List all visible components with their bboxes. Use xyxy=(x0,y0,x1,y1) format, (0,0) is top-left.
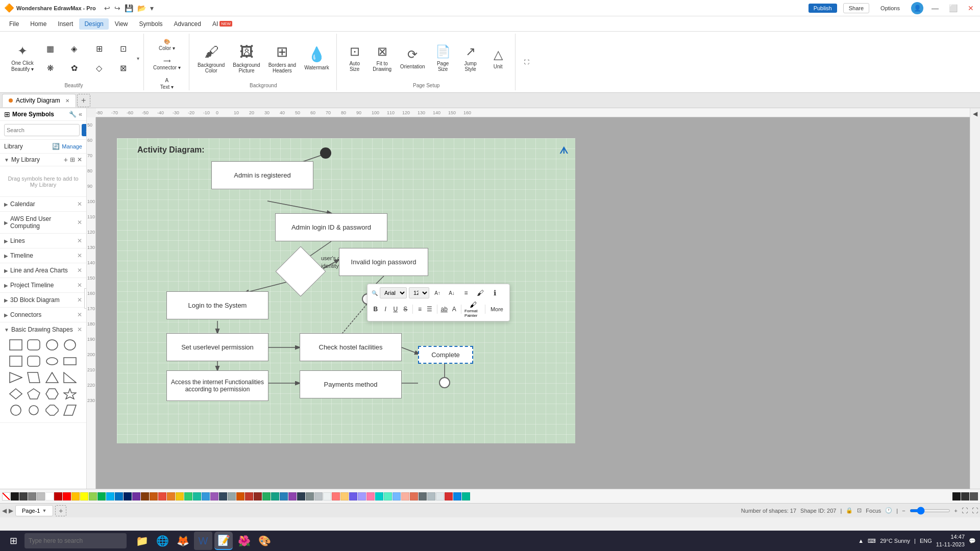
start-button[interactable]: ⊞ xyxy=(4,532,22,550)
shape-admin-registered[interactable]: Admin is registered xyxy=(211,161,313,189)
color-swatch-green1[interactable] xyxy=(89,492,97,500)
color-swatch-blue1[interactable] xyxy=(115,492,123,500)
color-swatch-m28[interactable] xyxy=(393,492,401,500)
color-swatch-m19[interactable] xyxy=(314,492,323,500)
section-3d-close[interactable]: ✕ xyxy=(77,296,82,304)
tab-activity-diagram[interactable]: Activity Diagram ✕ xyxy=(2,94,76,107)
shape-set-permission[interactable]: Set userlevel permission xyxy=(166,333,268,361)
taskbar-app-edraw[interactable]: 📝 xyxy=(214,532,233,550)
color-swatch-m3[interactable] xyxy=(176,492,184,500)
shape-right-triangle[interactable] xyxy=(62,370,78,385)
user-avatar[interactable]: 👤 xyxy=(911,2,923,14)
color-swatch-darkgray[interactable] xyxy=(19,492,28,500)
search-button[interactable]: Search xyxy=(82,124,87,136)
jump-style-btn[interactable]: ↗ JumpStyle xyxy=(458,38,483,79)
search-input[interactable] xyxy=(4,124,80,136)
align-btn[interactable]: ≡ xyxy=(460,287,472,298)
my-library-more-icon[interactable]: ⊞ xyxy=(70,156,75,163)
color-swatch-gray[interactable] xyxy=(28,492,36,500)
background-picture-btn[interactable]: 🖼 BackgroundPicture xyxy=(230,38,263,79)
color-swatch-orange1[interactable] xyxy=(71,492,80,500)
color-swatch-m11[interactable] xyxy=(245,492,253,500)
connector-dropdown-btn[interactable]: ⟶ Connector ▾ xyxy=(149,55,185,73)
taskbar-app-firefox[interactable]: 🦊 xyxy=(174,532,192,550)
color-swatch-lightgray[interactable] xyxy=(37,492,45,500)
font-color-btn[interactable]: A xyxy=(450,304,458,315)
shape-pentagon[interactable] xyxy=(26,387,41,401)
shape-parallelogram[interactable] xyxy=(26,370,41,385)
menu-view[interactable]: View xyxy=(110,18,133,30)
color-swatch-m33[interactable] xyxy=(436,492,444,500)
shape-ellipse-2[interactable] xyxy=(44,354,60,368)
color-swatch-m23[interactable] xyxy=(349,492,357,500)
color-swatch-green2[interactable] xyxy=(97,492,106,500)
section-basic-header[interactable]: ▼ Basic Drawing Shapes ✕ xyxy=(4,324,82,335)
diagram-canvas[interactable]: Activity Diagram: ᗑ Admin is registered … xyxy=(116,138,576,444)
more-btn[interactable]: ▾ xyxy=(150,4,154,12)
more-style-btn[interactable]: ▾ xyxy=(137,56,139,61)
increase-font-btn[interactable]: A↑ xyxy=(431,287,444,298)
section-calendar-header[interactable]: ▶ Calendar ✕ xyxy=(4,199,82,209)
shape-circle[interactable] xyxy=(44,338,60,352)
undo-btn[interactable]: ↩ xyxy=(104,4,110,12)
shape-hexagon[interactable] xyxy=(44,387,60,401)
shape-end-circle[interactable] xyxy=(439,377,450,388)
shape-rect[interactable] xyxy=(8,338,23,352)
color-swatch-end1[interactable] xyxy=(952,492,961,500)
shape-rect-3[interactable] xyxy=(62,354,78,368)
taskbar-search-input[interactable] xyxy=(24,533,127,548)
color-swatch-black[interactable] xyxy=(11,492,19,500)
color-swatch-m15[interactable] xyxy=(280,492,288,500)
ordered-list-btn[interactable]: ≡ xyxy=(416,304,424,315)
fit-to-drawing-btn[interactable]: ⊠ Fit toDrawing xyxy=(370,38,395,79)
expand-btn[interactable]: ⛶ xyxy=(521,42,533,83)
zoom-out-btn[interactable]: − xyxy=(902,508,905,514)
shape-star-4[interactable] xyxy=(62,387,78,401)
section-3d-header[interactable]: ▶ 3D Block Diagram ✕ xyxy=(4,295,82,305)
color-swatch-m32[interactable] xyxy=(427,492,435,500)
italic-btn[interactable]: I xyxy=(382,304,390,315)
unit-btn[interactable]: △ Unit xyxy=(485,38,511,79)
section-basic-close[interactable]: ✕ xyxy=(77,326,82,333)
close-btn[interactable]: ✕ xyxy=(966,4,976,12)
share-btn[interactable]: Share xyxy=(843,3,869,13)
my-library-close-icon[interactable]: ✕ xyxy=(77,156,82,163)
more-format-btn[interactable]: More xyxy=(488,305,505,313)
section-lines-close[interactable]: ✕ xyxy=(77,237,82,244)
color-swatch-m30[interactable] xyxy=(410,492,418,500)
underline-style-btn[interactable]: ab xyxy=(440,304,448,315)
shape-login-system[interactable]: Login to the System xyxy=(166,291,268,319)
section-aws-close[interactable]: ✕ xyxy=(77,219,82,226)
color-swatch-m22[interactable] xyxy=(340,492,349,500)
shape-access-internet[interactable]: Access the internet Functionalities acco… xyxy=(166,370,268,401)
color-swatch-m35[interactable] xyxy=(453,492,461,500)
right-panel-icon-1[interactable]: ◀ xyxy=(973,110,977,117)
shape-triangle[interactable] xyxy=(44,370,60,385)
color-no-fill[interactable] xyxy=(2,492,10,500)
color-swatch-m13[interactable] xyxy=(262,492,271,500)
section-connectors-close[interactable]: ✕ xyxy=(77,311,82,318)
menu-insert[interactable]: Insert xyxy=(53,18,78,30)
shape-triangle-right[interactable] xyxy=(8,370,23,385)
section-project-close[interactable]: ✕ xyxy=(77,282,82,289)
section-lines-header[interactable]: ▶ Lines ✕ xyxy=(4,236,82,246)
page-size-btn[interactable]: 📄 PageSize xyxy=(430,38,456,79)
redo-btn[interactable]: ↪ xyxy=(114,4,120,12)
strikethrough-btn[interactable]: S xyxy=(402,304,410,315)
color-swatch-white[interactable] xyxy=(45,492,54,500)
notification-icon[interactable]: 💬 xyxy=(969,538,976,544)
shape-octagon[interactable] xyxy=(44,403,60,417)
text-dropdown-btn[interactable]: A Text ▾ xyxy=(149,74,185,93)
font-size-select[interactable]: 12 xyxy=(409,287,429,298)
color-swatch-m14[interactable] xyxy=(271,492,279,500)
shape-rounded-2[interactable] xyxy=(26,354,41,368)
shape-circle-3[interactable] xyxy=(8,403,23,417)
color-swatch-red2[interactable] xyxy=(63,492,71,500)
color-swatch-m26[interactable] xyxy=(375,492,383,500)
open-btn[interactable]: 📂 xyxy=(137,4,146,12)
style-btn-6[interactable]: ⊡ xyxy=(112,39,135,58)
color-swatch-m24[interactable] xyxy=(358,492,366,500)
page-tab-1[interactable]: Page-1 ▼ xyxy=(15,505,53,516)
color-swatch-end3[interactable] xyxy=(970,492,978,500)
section-charts-header[interactable]: ▶ Line and Area Charts ✕ xyxy=(4,265,82,276)
